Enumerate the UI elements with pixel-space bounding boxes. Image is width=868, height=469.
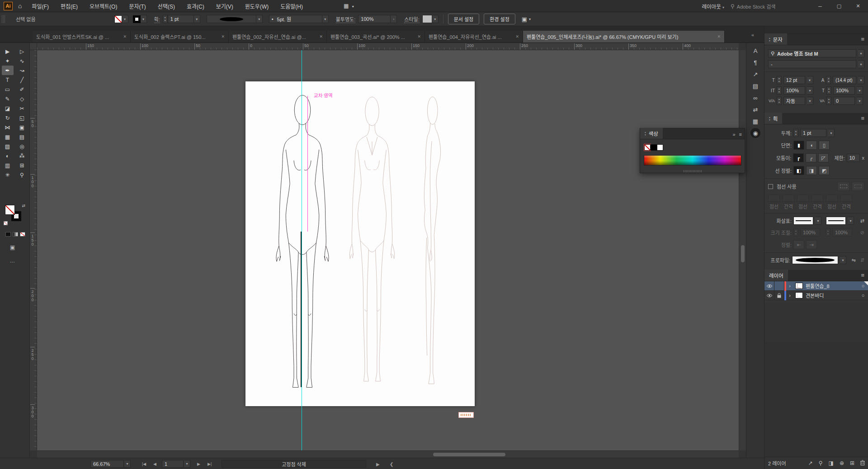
flip-across-icon[interactable]: ⇵ — [860, 257, 864, 263]
fill-color-swatch[interactable] — [114, 15, 122, 23]
butt-cap-button[interactable]: ▮ — [793, 141, 804, 150]
workspace-switcher[interactable]: 레이아웃 ▾ — [702, 3, 724, 10]
kerning-stepper[interactable]: ▴▾ — [777, 97, 782, 105]
menu-file[interactable]: 파일(F) — [32, 2, 48, 10]
lock-toggle[interactable] — [774, 291, 784, 300]
hand-tool[interactable]: ✳ — [2, 170, 14, 180]
paragraph-panel-icon[interactable]: ¶ — [746, 57, 764, 68]
black-swatch[interactable] — [651, 144, 657, 151]
symbol-sprayer-tool[interactable]: ⁂ — [16, 151, 28, 161]
brush-chevron-icon[interactable]: ▾ — [256, 15, 263, 23]
expand-layer-icon[interactable]: › — [786, 283, 793, 289]
document-tab[interactable]: 펜툴연습_003_곡선.ai* @ 200% ...✕ — [327, 31, 425, 43]
document-tab[interactable]: 펜툴연습_002_자유선_연습.ai @...✕ — [229, 31, 327, 43]
guide-line-vertical[interactable] — [302, 50, 302, 450]
menu-object[interactable]: 오브젝트(O) — [90, 2, 118, 10]
document-tab[interactable]: 도식화_002 슬랙스PT.ai @ 150...✕ — [131, 31, 229, 43]
arrow-scale-stepper[interactable]: ▴▾ — [826, 228, 830, 237]
tab-layers-panel[interactable]: 레이어 — [764, 270, 788, 281]
curvature-tool[interactable]: ↝ — [16, 66, 28, 75]
font-family-field[interactable]: ⚲Adobe 명조 Std M — [768, 49, 856, 57]
tab-close-icon[interactable]: ✕ — [319, 34, 323, 39]
mesh-tool[interactable]: ▤ — [16, 132, 28, 142]
scissors-tool[interactable]: ✂ — [16, 104, 28, 113]
opacity-panel-link[interactable]: 불투명도: — [336, 15, 356, 23]
shaper-tool[interactable]: ◇ — [16, 94, 28, 104]
menu-help[interactable]: 도움말(H) — [280, 2, 303, 10]
artboard[interactable] — [245, 81, 475, 406]
fill-proxy-swatch[interactable] — [5, 205, 15, 215]
kerning-field[interactable]: 자동 — [783, 97, 805, 105]
round-join-button[interactable]: ╭ — [806, 153, 816, 162]
white-swatch[interactable] — [657, 144, 663, 151]
gradient-tool[interactable]: ▨ — [2, 142, 14, 151]
align-outside-button[interactable]: ◩ — [819, 166, 830, 175]
layer-target-icon[interactable]: ○ — [858, 293, 868, 298]
horizontal-scrollbar[interactable] — [37, 450, 739, 458]
minimize-button[interactable]: ─ — [814, 4, 826, 9]
stroke-panel-link[interactable]: 획: — [154, 15, 160, 23]
width-profile-chevron-icon[interactable]: ▾ — [322, 15, 329, 23]
artboard-number-field[interactable]: 1 — [162, 460, 184, 468]
panel-resize-grip[interactable] — [684, 170, 702, 172]
scrollbar-thumb[interactable] — [433, 453, 505, 456]
character-styles-panel-icon[interactable]: A — [746, 45, 764, 57]
home-icon[interactable]: ⌂ — [18, 2, 22, 9]
panel-grip[interactable] — [2, 15, 5, 23]
close-button[interactable]: ✕ — [852, 3, 864, 9]
delete-layer-icon[interactable] — [860, 460, 865, 467]
menu-edit[interactable]: 편집(E) — [61, 2, 78, 10]
dash-field[interactable] — [826, 194, 838, 202]
eraser-tool[interactable]: ◪ — [2, 104, 14, 113]
scrollbar-thumb[interactable] — [741, 245, 745, 262]
round-cap-button[interactable]: ◖ — [806, 141, 817, 150]
preferences-button[interactable]: 환경 설정 — [484, 14, 515, 24]
document-tab[interactable]: 펜툴연습_004_자유곡선_연습.ai ...✕ — [425, 31, 523, 43]
illustrator-logo[interactable]: Ai — [4, 2, 13, 10]
panel-menu-icon[interactable]: ≡ — [739, 132, 742, 137]
arrowhead-start-field[interactable] — [793, 217, 813, 225]
expand-panel-strip-icon[interactable]: « — [751, 32, 753, 38]
tab-close-icon[interactable]: ✕ — [221, 34, 225, 39]
rotate-tool[interactable]: ↻ — [2, 113, 14, 123]
stroke-chevron-icon[interactable]: ▾ — [141, 15, 147, 23]
layer-thumbnail[interactable] — [795, 283, 803, 289]
brush-definition-field[interactable] — [207, 15, 256, 23]
horizontal-scale-chevron-icon[interactable]: ▾ — [857, 86, 863, 95]
perspective-grid-tool[interactable]: ▦ — [2, 132, 14, 142]
align-dash-button[interactable] — [852, 182, 864, 191]
scale-tool[interactable]: ◱ — [16, 113, 28, 123]
column-graph-tool[interactable]: ▥ — [2, 161, 14, 170]
visibility-toggle[interactable] — [764, 291, 774, 300]
pencil-tool[interactable]: ✎ — [2, 94, 14, 104]
previous-artboard-icon[interactable]: ◀ — [153, 462, 156, 466]
new-layer-icon[interactable]: ⊞ — [850, 460, 854, 466]
menu-type[interactable]: 문자(T) — [129, 2, 146, 10]
swap-arrowheads-icon[interactable]: ⇄ — [860, 218, 864, 224]
new-sublayer-icon[interactable]: ⊕ — [840, 460, 844, 466]
arrowhead-end-chevron-icon[interactable]: ▾ — [848, 217, 854, 225]
rectangle-tool[interactable]: ▭ — [2, 85, 14, 94]
arrowhead-start-chevron-icon[interactable]: ▾ — [815, 217, 821, 225]
vertical-scrollbar[interactable] — [739, 50, 746, 450]
swatches-panel-icon[interactable]: ▦ — [746, 115, 764, 127]
gap-field[interactable] — [811, 194, 823, 202]
projecting-cap-button[interactable]: ▯ — [819, 141, 830, 150]
zoom-tool[interactable]: ⚲ — [16, 170, 28, 180]
panel-collapse-icon[interactable]: ▴▾ — [645, 131, 646, 136]
swap-fill-stroke-icon[interactable]: ⇄ — [22, 204, 25, 208]
stroke-weight-chevron-icon[interactable]: ▾ — [194, 15, 200, 23]
font-style-chevron-icon[interactable]: ▾ — [858, 60, 864, 68]
stroke-weight-field[interactable]: 1 pt — [168, 15, 194, 23]
tab-character-panel[interactable]: ▴▾문자 — [764, 33, 787, 45]
width-profile-chevron-icon[interactable]: ▾ — [840, 256, 846, 264]
dash-field[interactable] — [768, 194, 780, 202]
edit-toolbar-icon[interactable]: ⋯ — [10, 259, 15, 265]
vertical-ruler[interactable]: 50 100 150 200 250 300 — [30, 50, 37, 450]
expand-layer-icon[interactable]: › — [786, 293, 793, 298]
align-center-button[interactable]: ◧ — [793, 166, 804, 175]
width-profile-field[interactable] — [792, 256, 838, 264]
document-setup-button[interactable]: 문서 설정 — [448, 14, 480, 24]
lasso-tool[interactable]: ∿ — [16, 56, 28, 66]
variable-width-profile-field[interactable]: •5pt. 원 — [269, 15, 322, 23]
